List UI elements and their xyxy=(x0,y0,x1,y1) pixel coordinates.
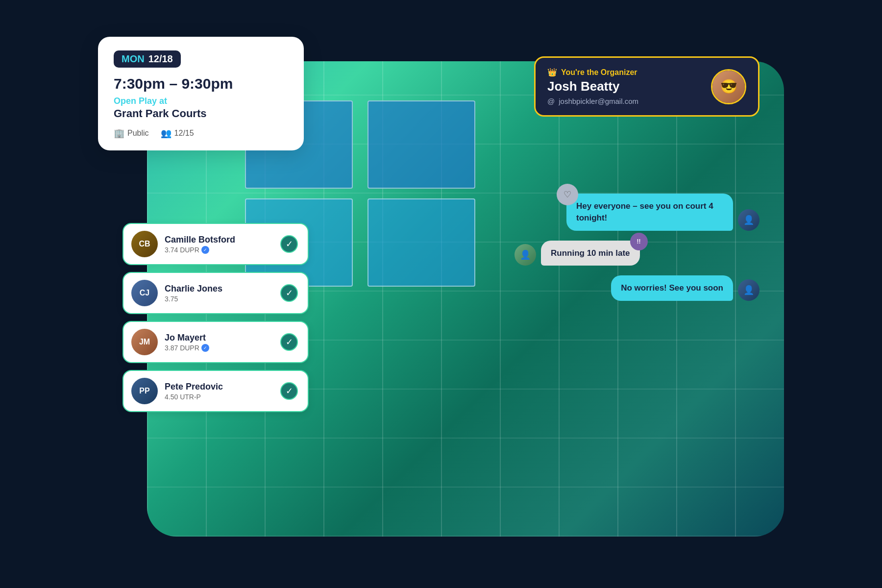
avatar-pete: PP xyxy=(131,378,158,404)
player-card-charlie[interactable]: CJ Charlie Jones 3.75 ✓ xyxy=(122,272,309,314)
player-info-charlie: Charlie Jones 3.75 xyxy=(165,284,273,303)
event-time: 7:30pm – 9:30pm xyxy=(114,75,288,92)
chat-bubble-3: No worries! See you soon xyxy=(611,275,733,301)
avatar-camille: CB xyxy=(131,231,158,257)
event-date-badge: MON 12/18 xyxy=(114,50,181,68)
player-rating-camille: 3.74 DUPR ✓ xyxy=(165,246,273,254)
heart-reaction: ♡ xyxy=(557,184,578,205)
crown-icon: 👑 xyxy=(547,68,557,77)
chat-avatar-2: 👤 xyxy=(514,244,536,266)
chat-area: ♡ Hey everyone – see you on court 4 toni… xyxy=(514,194,760,301)
at-icon: @ xyxy=(547,97,555,105)
chat-bubble-1: Hey everyone – see you on court 4 tonigh… xyxy=(566,194,733,231)
exclamation-badge: !! xyxy=(630,233,648,250)
player-info-jo: Jo Mayert 3.87 DUPR ✓ xyxy=(165,333,273,352)
building-icon: 🏢 xyxy=(114,128,124,139)
chat-avatar-1: 👤 xyxy=(738,209,760,231)
players-list: CB Camille Botsford 3.74 DUPR ✓ ✓ CJ Cha… xyxy=(122,223,309,412)
organizer-title: 👑 You're the Organizer xyxy=(547,68,703,77)
event-visibility: 🏢 Public xyxy=(114,128,149,139)
people-icon: 👥 xyxy=(161,128,172,139)
chat-bubble-2: Running 10 min late xyxy=(541,241,640,266)
chat-row-2: 👤 !! Running 10 min late xyxy=(514,241,760,266)
msg-wrapper-1: ♡ Hey everyone – see you on court 4 toni… xyxy=(566,194,733,231)
player-rating-pete: 4.50 UTR-P xyxy=(165,393,273,401)
verified-badge-camille: ✓ xyxy=(201,246,209,254)
chat-row-3: No worries! See you soon 👤 xyxy=(514,275,760,301)
player-rating-jo: 3.87 DUPR ✓ xyxy=(165,344,273,352)
chat-avatar-3: 👤 xyxy=(738,279,760,301)
organizer-avatar-placeholder: 😎 xyxy=(712,71,745,103)
check-jo: ✓ xyxy=(280,333,298,351)
organizer-email-text: joshbpickler@gmail.com xyxy=(559,97,638,105)
event-attendance: 👥 12/15 xyxy=(161,128,194,139)
player-name-jo: Jo Mayert xyxy=(165,333,273,343)
attendance-label: 12/15 xyxy=(174,129,194,138)
event-day: MON xyxy=(122,53,145,65)
player-info-pete: Pete Predovic 4.50 UTR-P xyxy=(165,382,273,401)
verified-badge-jo: ✓ xyxy=(201,344,209,352)
visibility-label: Public xyxy=(127,129,149,138)
avatar-jo: JM xyxy=(131,329,158,355)
player-card-camille[interactable]: CB Camille Botsford 3.74 DUPR ✓ ✓ xyxy=(122,223,309,265)
player-rating-charlie: 3.75 xyxy=(165,295,273,303)
player-card-pete[interactable]: PP Pete Predovic 4.50 UTR-P ✓ xyxy=(122,370,309,412)
organizer-title-text: You're the Organizer xyxy=(561,68,637,77)
organizer-info: 👑 You're the Organizer Josh Beatty @ jos… xyxy=(547,68,703,105)
organizer-card: 👑 You're the Organizer Josh Beatty @ jos… xyxy=(534,56,760,117)
msg-wrapper-2: !! Running 10 min late xyxy=(541,241,640,266)
event-location: Grant Park Courts xyxy=(114,107,288,120)
check-charlie: ✓ xyxy=(280,284,298,302)
player-name-charlie: Charlie Jones xyxy=(165,284,273,294)
player-name-camille: Camille Botsford xyxy=(165,235,273,245)
organizer-name: Josh Beatty xyxy=(547,79,703,94)
event-info-card: MON 12/18 7:30pm – 9:30pm Open Play at G… xyxy=(98,37,304,150)
organizer-email: @ joshbpickler@gmail.com xyxy=(547,97,703,105)
player-card-jo[interactable]: JM Jo Mayert 3.87 DUPR ✓ ✓ xyxy=(122,321,309,363)
event-date: 12/18 xyxy=(148,53,173,65)
event-type: Open Play at xyxy=(114,96,288,106)
player-name-pete: Pete Predovic xyxy=(165,382,273,392)
avatar-charlie: CJ xyxy=(131,280,158,306)
chat-row-1: ♡ Hey everyone – see you on court 4 toni… xyxy=(514,194,760,231)
organizer-avatar: 😎 xyxy=(711,69,746,104)
check-camille: ✓ xyxy=(280,235,298,253)
check-pete: ✓ xyxy=(280,382,298,400)
player-info-camille: Camille Botsford 3.74 DUPR ✓ xyxy=(165,235,273,254)
